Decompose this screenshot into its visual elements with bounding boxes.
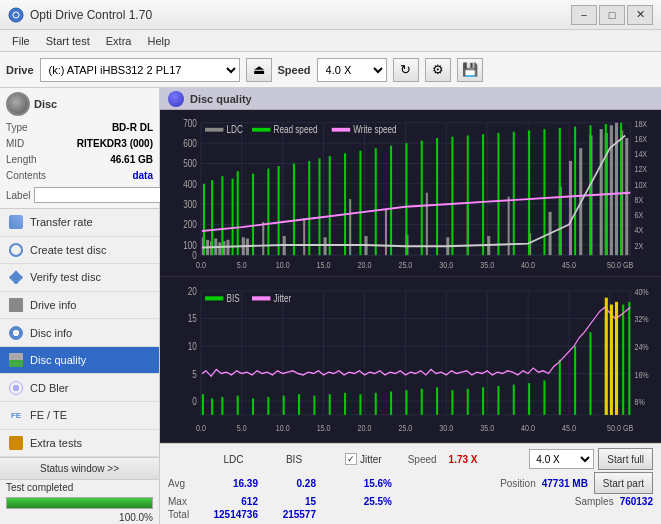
svg-rect-60 <box>232 179 234 255</box>
svg-text:10X: 10X <box>634 180 647 190</box>
save-button[interactable]: 💾 <box>457 58 483 82</box>
svg-rect-146 <box>267 396 269 414</box>
svg-rect-120 <box>332 128 350 132</box>
sidebar-item-verify-test-disc[interactable]: Verify test disc <box>0 264 159 292</box>
svg-rect-149 <box>313 395 315 414</box>
svg-rect-143 <box>221 396 223 414</box>
svg-rect-163 <box>528 383 530 415</box>
avg-ldc: 16.39 <box>208 478 258 489</box>
max-label: Max <box>168 496 200 507</box>
svg-text:200: 200 <box>183 220 197 231</box>
drive-toolbar: Drive (k:) ATAPI iHBS312 2 PL17 ⏏ Speed … <box>0 52 661 88</box>
right-controls: 4.0 X Start full <box>529 448 653 470</box>
status-text: Test completed <box>0 480 159 495</box>
fe-te-label: FE / TE <box>30 409 67 421</box>
svg-text:20.0: 20.0 <box>358 422 372 433</box>
svg-rect-84 <box>574 127 576 256</box>
jitter-checkbox-group: ✓ Jitter <box>345 453 382 465</box>
total-label: Total <box>168 509 200 520</box>
sidebar-item-fe-te[interactable]: FE FE / TE <box>0 402 159 430</box>
svg-text:15.0: 15.0 <box>317 260 331 270</box>
window-controls: − □ ✕ <box>571 5 653 25</box>
svg-rect-87 <box>620 123 622 255</box>
svg-rect-33 <box>324 237 327 255</box>
svg-rect-62 <box>252 174 254 255</box>
svg-rect-174 <box>615 301 618 414</box>
svg-text:700: 700 <box>183 118 197 129</box>
svg-rect-142 <box>211 398 213 415</box>
sidebar-item-drive-info[interactable]: Drive info <box>0 292 159 320</box>
eject-button[interactable]: ⏏ <box>246 58 272 82</box>
svg-rect-77 <box>467 135 469 255</box>
disc-quality-label: Disc quality <box>30 354 86 366</box>
svg-rect-155 <box>405 390 407 415</box>
quality-speed-select[interactable]: 4.0 X <box>529 449 594 469</box>
disc-icon <box>6 92 30 116</box>
svg-text:45.0: 45.0 <box>562 422 576 433</box>
svg-rect-166 <box>574 345 576 414</box>
status-window-button[interactable]: Status window >> <box>0 458 159 480</box>
menu-start-test[interactable]: Start test <box>38 33 98 49</box>
svg-rect-67 <box>318 158 320 255</box>
sidebar-item-create-test-disc[interactable]: Create test disc <box>0 237 159 265</box>
svg-rect-56 <box>508 197 510 256</box>
svg-text:16X: 16X <box>634 134 647 144</box>
drive-label: Drive <box>6 64 34 76</box>
progress-pct: 100.0% <box>0 511 159 524</box>
svg-text:500: 500 <box>183 158 197 169</box>
svg-rect-145 <box>252 398 254 415</box>
svg-rect-46 <box>610 125 613 255</box>
ldc-chart: 700 600 500 400 300 200 100 0 18X 16X 14… <box>160 110 661 277</box>
sidebar-item-transfer-rate[interactable]: Transfer rate <box>0 209 159 237</box>
max-ldc: 612 <box>208 496 258 507</box>
verify-icon <box>8 269 24 285</box>
start-full-button[interactable]: Start full <box>598 448 653 470</box>
svg-rect-59 <box>221 176 223 255</box>
svg-text:400: 400 <box>183 179 197 190</box>
svg-rect-64 <box>278 166 280 255</box>
total-bis: 215577 <box>266 509 316 520</box>
jitter-checkbox[interactable]: ✓ <box>345 453 357 465</box>
sidebar-item-extra-tests[interactable]: Extra tests <box>0 430 159 458</box>
progress-fill <box>7 498 152 508</box>
sidebar-item-cd-bler[interactable]: CD Bler <box>0 374 159 402</box>
stats-max-row: Max 612 15 25.5% Samples 760132 <box>168 496 653 507</box>
stats-avg-row: Avg 16.39 0.28 15.6% Position 47731 MB S… <box>168 472 653 494</box>
svg-rect-58 <box>211 180 213 255</box>
menu-file[interactable]: File <box>4 33 38 49</box>
speed-stat-label: Speed <box>408 454 437 465</box>
svg-rect-164 <box>543 380 545 414</box>
svg-rect-83 <box>559 128 561 255</box>
maximize-button[interactable]: □ <box>599 5 625 25</box>
drive-select[interactable]: (k:) ATAPI iHBS312 2 PL17 <box>40 58 240 82</box>
disc-mid-row: MID RITEKDR3 (000) <box>6 136 153 152</box>
svg-rect-153 <box>375 392 377 414</box>
svg-text:0.0: 0.0 <box>196 260 206 270</box>
svg-rect-71 <box>375 148 377 255</box>
label-input[interactable] <box>34 187 167 203</box>
svg-text:BIS: BIS <box>226 291 240 303</box>
menu-help[interactable]: Help <box>139 33 178 49</box>
options-button[interactable]: ⚙ <box>425 58 451 82</box>
svg-point-1 <box>13 12 19 18</box>
disc-info-label: Disc info <box>30 327 72 339</box>
bis-col-header: BIS <box>269 454 319 465</box>
sidebar-item-disc-quality[interactable]: Disc quality <box>0 347 159 375</box>
mid-label: MID <box>6 136 24 152</box>
speed-select[interactable]: 4.0 X 8.0 X 16.0 X <box>317 58 387 82</box>
svg-rect-141 <box>202 394 204 415</box>
close-button[interactable]: ✕ <box>627 5 653 25</box>
mid-value: RITEKDR3 (000) <box>77 136 153 152</box>
position-label: Position <box>500 478 536 489</box>
menu-extra[interactable]: Extra <box>98 33 140 49</box>
start-part-button[interactable]: Start part <box>594 472 653 494</box>
svg-text:40.0: 40.0 <box>521 260 535 270</box>
jitter-label: Jitter <box>360 454 382 465</box>
svg-rect-81 <box>528 130 530 255</box>
refresh-button[interactable]: ↻ <box>393 58 419 82</box>
samples-label: Samples <box>575 496 614 507</box>
minimize-button[interactable]: − <box>571 5 597 25</box>
sidebar-item-disc-info[interactable]: Disc info <box>0 319 159 347</box>
svg-text:5.0: 5.0 <box>237 260 247 270</box>
cd-bler-label: CD Bler <box>30 382 69 394</box>
